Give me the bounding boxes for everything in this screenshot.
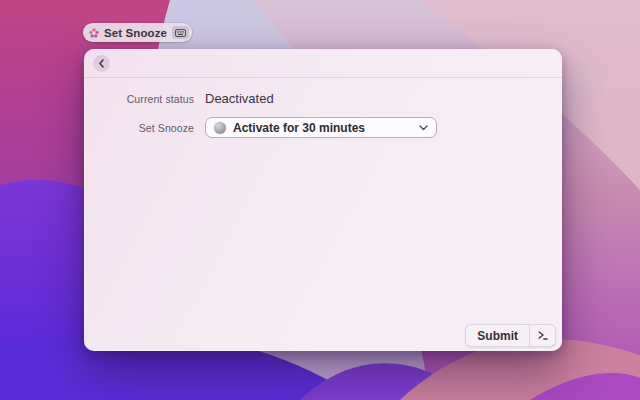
enter-key-icon <box>530 325 555 346</box>
chevron-down-icon <box>419 125 428 131</box>
back-button[interactable] <box>93 55 110 72</box>
moon-icon <box>214 122 226 134</box>
window-header <box>84 49 562 78</box>
set-snooze-label: Set Snooze <box>84 122 194 134</box>
snooze-flower-icon <box>89 28 99 38</box>
current-status-value: Deactivated <box>205 91 562 106</box>
form: Current status Deactivated Set Snooze Ac… <box>84 78 562 138</box>
chevron-left-icon <box>98 59 105 68</box>
form-row-set-snooze: Set Snooze Activate for 30 minutes <box>84 117 562 138</box>
set-snooze-window: Current status Deactivated Set Snooze Ac… <box>84 49 562 351</box>
submit-button-label: Submit <box>466 325 529 346</box>
submit-button[interactable]: Submit <box>465 324 556 347</box>
current-status-label: Current status <box>84 93 194 105</box>
menubar-item-set-snooze[interactable]: Set Snooze <box>83 23 192 42</box>
form-row-current-status: Current status Deactivated <box>84 91 562 106</box>
snooze-duration-selected-option: Activate for 30 minutes <box>233 121 365 135</box>
snooze-duration-dropdown[interactable]: Activate for 30 minutes <box>205 117 437 138</box>
keyboard-icon <box>172 26 189 39</box>
menubar-item-label: Set Snooze <box>104 27 167 39</box>
window-footer: Submit <box>465 324 556 347</box>
